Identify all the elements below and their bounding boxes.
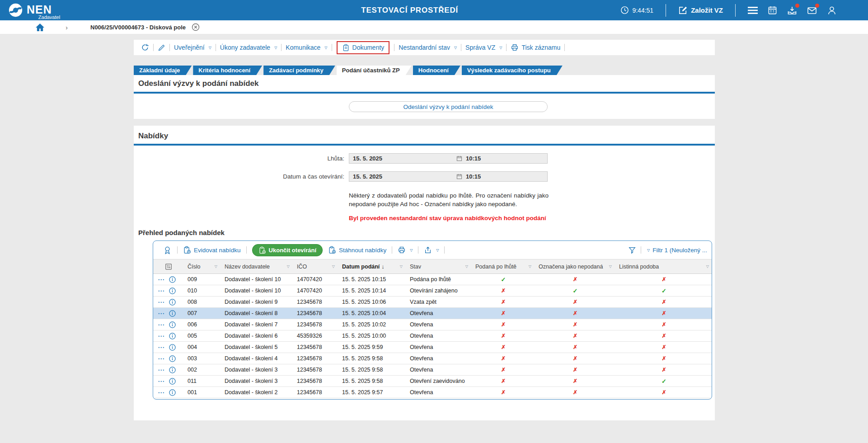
toolbar-item-ukony-zadavatele[interactable]: Úkony zadavatele▽: [220, 44, 277, 51]
filter-button[interactable]: [628, 246, 636, 254]
tab-5[interactable]: Výsledek zadávacího postupu: [462, 66, 563, 75]
filter-dropdown-icon[interactable]: ▽: [215, 264, 217, 269]
user-profile-button[interactable]: [827, 5, 837, 15]
cell-number: 003: [184, 355, 221, 362]
table-row[interactable]: ●●●004Dodavatel - školení 51234567815. 5…: [153, 342, 712, 353]
table-row[interactable]: ●●●009Dodavatel - školení 101470742015. …: [153, 274, 712, 285]
table-row[interactable]: ●●●006Dodavatel - školení 71234567815. 5…: [153, 319, 712, 330]
row-menu-icon[interactable]: ●●●: [158, 391, 165, 394]
info-icon[interactable]: [169, 299, 176, 306]
table-row[interactable]: ●●●003Dodavatel - školení 41234567815. 5…: [153, 353, 712, 364]
tab-2[interactable]: Zadávací podmínky: [263, 66, 335, 75]
row-menu-icon[interactable]: ●●●: [158, 323, 165, 326]
deadline-field[interactable]: 15. 5. 2025 10:15: [349, 153, 548, 164]
refresh-button[interactable]: [141, 43, 149, 52]
column-header-listinna-podoba[interactable]: Listinná podoba▽: [615, 264, 712, 270]
deadline-time-value: 10:15: [466, 155, 481, 162]
send-call-button[interactable]: Odeslání výzvy k podání nabídek: [349, 101, 548, 112]
cell-after-deadline: ✗: [472, 333, 535, 339]
cell-marked-not-submitted: ✗: [535, 389, 615, 396]
section-rule: [134, 144, 715, 146]
row-menu-icon[interactable]: ●●●: [158, 289, 165, 292]
filter-dropdown-icon[interactable]: ▽: [400, 264, 403, 269]
table-row[interactable]: ●●●010Dodavatel - školení 101470742015. …: [153, 285, 712, 297]
opening-field[interactable]: 15. 5. 2025 10:15: [349, 171, 548, 182]
finish-opening-button[interactable]: Ukončit otevírání: [252, 244, 323, 256]
column-header-stav[interactable]: Stav▽: [406, 264, 472, 270]
toolbar-item-tisk-zaznamu[interactable]: Tisk záznamu: [511, 43, 560, 52]
table-row[interactable]: ●●●001Dodavatel - školení 21234567815. 5…: [153, 387, 712, 398]
column-header-cislo[interactable]: Číslo▽: [184, 264, 221, 270]
row-menu-icon[interactable]: ●●●: [158, 278, 165, 281]
tab-3-active[interactable]: Podání účastníků ZP: [337, 66, 412, 75]
column-settings-button[interactable]: [153, 263, 184, 271]
info-icon[interactable]: [169, 321, 176, 328]
messages-button[interactable]: [807, 5, 817, 15]
edit-record-button[interactable]: [158, 44, 165, 52]
filter-dropdown-icon[interactable]: ▽: [529, 264, 531, 269]
close-record-button[interactable]: [192, 23, 200, 31]
row-menu-icon[interactable]: ●●●: [158, 335, 165, 337]
deadline-label: Lhůta:: [134, 155, 344, 162]
filter-dropdown-icon[interactable]: ▽: [706, 264, 709, 269]
calendar-button[interactable]: [768, 5, 777, 15]
edit-icon: [678, 5, 688, 15]
breadcrumb-record[interactable]: N006/25/V00004673 - Disková pole: [90, 24, 186, 31]
row-menu-icon[interactable]: ●●●: [158, 346, 165, 349]
column-header-datum-podani[interactable]: Datum podání↓ ▽: [338, 263, 406, 270]
row-menu-icon[interactable]: ●●●: [158, 368, 165, 371]
table-row[interactable]: ●●●008Dodavatel - školení 91234567815. 5…: [153, 297, 712, 308]
table-row-selected[interactable]: ●●●007Dodavatel - školení 81234567815. 5…: [153, 308, 712, 319]
row-actions: ●●●: [153, 355, 184, 362]
tab-1[interactable]: Kritéria hodnocení: [193, 66, 262, 75]
tab-4[interactable]: Hodnocení: [413, 66, 460, 75]
home-button[interactable]: [35, 23, 45, 32]
column-header-nazev-dodavatele[interactable]: Název dodavatele▽: [221, 264, 293, 270]
info-icon[interactable]: [169, 367, 176, 373]
cell-paper-form: ✗: [615, 389, 712, 396]
toolbar-item-dokumenty[interactable]: Dokumenty: [342, 44, 385, 52]
toolbar-item-komunikace[interactable]: Komunikace▽: [286, 44, 327, 51]
info-icon[interactable]: [169, 389, 176, 396]
export-button[interactable]: ▽: [424, 246, 439, 254]
award-button[interactable]: [163, 246, 172, 254]
toolbar-item-uverejneni[interactable]: Uveřejnění▽: [174, 44, 211, 51]
filter-dropdown-icon[interactable]: ▽: [287, 264, 290, 269]
toolbar-item-nestandardni-stav[interactable]: Nestandardní stav▽: [399, 44, 457, 51]
row-menu-icon[interactable]: ●●●: [158, 312, 165, 315]
filter-dropdown-icon[interactable]: ▽: [609, 264, 612, 269]
row-menu-icon[interactable]: ●●●: [158, 301, 165, 303]
toolbar-item-sprava-vz[interactable]: Správa VZ▽: [465, 44, 502, 51]
table-row[interactable]: ●●●011Dodavatel - školení 31234567815. 5…: [153, 376, 712, 387]
info-icon[interactable]: [169, 378, 176, 385]
filter-dropdown-icon[interactable]: ▽: [332, 264, 335, 269]
create-vz-button[interactable]: Založit VZ: [678, 5, 723, 15]
column-header-oznacena-jako-nepodana[interactable]: Označena jako nepodaná▽: [535, 264, 615, 270]
tab-0[interactable]: Základní údaje: [134, 66, 192, 75]
table-row[interactable]: ●●●002Dodavatel - školení 31234567815. 5…: [153, 364, 712, 376]
table-row[interactable]: ●●●005Dodavatel - školení 64535932615. 5…: [153, 330, 712, 342]
row-menu-icon[interactable]: ●●●: [158, 380, 165, 382]
filter-select[interactable]: ▽ Filtr 1 (Neuložený ...: [646, 247, 707, 254]
cell-state: Otevřena: [406, 367, 472, 373]
app-logo[interactable]: NEN Zadavatel: [8, 3, 60, 20]
column-header-podana-po-lhute[interactable]: Podaná po lhůtě▽: [472, 264, 535, 270]
cell-submitted: 15. 5. 2025 10:02: [338, 321, 406, 328]
column-header-ico[interactable]: IČO▽: [293, 264, 338, 270]
info-icon[interactable]: [169, 310, 176, 317]
check-icon: ✓: [573, 287, 578, 294]
toolbar-divider: [281, 44, 282, 51]
filter-dropdown-icon[interactable]: ▽: [465, 264, 468, 269]
downloads-button[interactable]: [787, 5, 797, 15]
info-icon[interactable]: [169, 287, 176, 294]
info-icon[interactable]: [169, 355, 176, 362]
menu-button[interactable]: [748, 6, 758, 14]
download-bids-button[interactable]: Stáhnout nabídky: [328, 246, 386, 254]
info-icon[interactable]: [169, 344, 176, 351]
print-table-button[interactable]: ▽: [398, 246, 413, 254]
funnel-icon: [628, 246, 636, 254]
info-icon[interactable]: [169, 333, 176, 339]
register-bid-button[interactable]: Evidovat nabídku: [183, 246, 241, 254]
info-icon[interactable]: [169, 276, 176, 283]
row-menu-icon[interactable]: ●●●: [158, 357, 165, 360]
